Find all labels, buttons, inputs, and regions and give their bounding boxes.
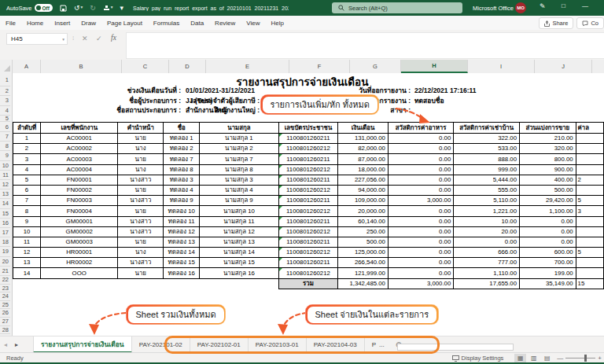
- cell[interactable]: นาย: [118, 185, 164, 195]
- undo-icon[interactable]: ↺▾: [74, 5, 83, 12]
- cell[interactable]: [576, 144, 603, 154]
- cell[interactable]: 7: [13, 196, 41, 206]
- cell[interactable]: ทดลอง 7: [164, 154, 200, 164]
- cell[interactable]: ทดลอง 2: [164, 144, 200, 154]
- ribbon-tab-home[interactable]: Home: [21, 16, 49, 30]
- cell[interactable]: 999.00: [454, 164, 520, 175]
- cell[interactable]: GM00003: [41, 237, 118, 247]
- row-header-24[interactable]: 24: [0, 292, 10, 301]
- restore-window-icon[interactable]: □: [562, 3, 565, 9]
- cell[interactable]: 0.00: [519, 216, 576, 226]
- undo-dropdown-icon[interactable]: ▾: [80, 6, 83, 10]
- cell[interactable]: [576, 258, 603, 268]
- ribbon-tab-help[interactable]: Help: [266, 16, 289, 30]
- cell[interactable]: [576, 226, 603, 237]
- cell[interactable]: นามสกุล 12: [200, 226, 278, 237]
- cell[interactable]: ทดลอง 13: [164, 237, 200, 247]
- cell[interactable]: 8: [13, 206, 41, 216]
- cell[interactable]: นามสกุล 13: [200, 237, 278, 247]
- row-header-6[interactable]: 6: [0, 122, 10, 132]
- cell[interactable]: 1100801260212: [278, 268, 338, 278]
- cell[interactable]: 0.00: [388, 185, 453, 195]
- cell[interactable]: นางสาว: [118, 226, 164, 237]
- cell[interactable]: 500.00: [338, 237, 389, 247]
- cell[interactable]: 800.00: [519, 154, 576, 164]
- cell[interactable]: [576, 134, 603, 144]
- cell[interactable]: นามสกุล 2: [200, 144, 278, 154]
- cell[interactable]: 20,000.00: [338, 206, 389, 216]
- cell[interactable]: ทดลอง 3: [164, 175, 200, 185]
- row-header-19[interactable]: 19: [0, 247, 10, 256]
- cell[interactable]: นาย: [118, 268, 164, 278]
- row-header-21[interactable]: 21: [0, 267, 10, 276]
- cell[interactable]: ทดลอง 4: [164, 185, 200, 195]
- cell[interactable]: 3: [576, 206, 603, 216]
- cell[interactable]: AC00002: [41, 144, 118, 154]
- ribbon-tab-formulas[interactable]: Formulas: [148, 16, 185, 30]
- cell[interactable]: 109,000.00: [338, 196, 389, 206]
- cell[interactable]: 3: [13, 154, 41, 164]
- cell[interactable]: 1100801260211: [278, 216, 338, 226]
- display-settings-button[interactable]: Display Settings: [452, 355, 504, 362]
- column-header-G[interactable]: G: [350, 60, 401, 73]
- cell[interactable]: 3,000.00: [388, 196, 453, 206]
- cell[interactable]: 777.00: [454, 258, 520, 268]
- cell[interactable]: 0.00: [388, 175, 453, 185]
- row-header-7[interactable]: 7: [0, 132, 10, 142]
- ribbon-tab-page-layout[interactable]: Page Layout: [101, 16, 148, 30]
- cell[interactable]: 250.00: [338, 226, 389, 237]
- cell[interactable]: 888.00: [454, 154, 520, 164]
- column-header-B[interactable]: B: [41, 60, 122, 73]
- cell[interactable]: 125,000.00: [338, 248, 389, 258]
- cell[interactable]: HR00002: [41, 258, 118, 268]
- cell[interactable]: นางสาว: [118, 175, 164, 185]
- cell[interactable]: 0.00: [388, 258, 453, 268]
- cell[interactable]: 6: [13, 185, 41, 195]
- column-header-D[interactable]: D: [169, 60, 206, 73]
- row-header-9[interactable]: 9: [0, 151, 10, 160]
- column-header-C[interactable]: C: [122, 60, 169, 73]
- cell[interactable]: 12: [13, 248, 41, 258]
- row-header-17[interactable]: 17: [0, 228, 10, 237]
- cell[interactable]: 900.00: [519, 164, 576, 175]
- cell[interactable]: 4: [13, 164, 41, 175]
- cell[interactable]: 1100801260211: [278, 237, 338, 247]
- row-header-5[interactable]: 5: [0, 116, 10, 122]
- cell[interactable]: ทดลอง 10: [164, 206, 200, 216]
- cell[interactable]: 10.00: [454, 216, 520, 226]
- cell[interactable]: 0.00: [388, 216, 453, 226]
- cell[interactable]: [576, 164, 603, 175]
- cell[interactable]: GM00001: [41, 216, 118, 226]
- cell[interactable]: 121,999.00: [338, 268, 389, 278]
- name-box[interactable]: H45 ▾: [6, 33, 68, 45]
- cell[interactable]: 0.00: [388, 206, 453, 216]
- cell[interactable]: 0.00: [388, 226, 453, 237]
- cell[interactable]: 227,056.00: [338, 175, 389, 185]
- name-box-dropdown-icon[interactable]: ▾: [62, 37, 64, 42]
- cell[interactable]: [576, 268, 603, 278]
- cell[interactable]: 1100801260212: [278, 185, 338, 195]
- cell[interactable]: ทดลอง 14: [164, 248, 200, 258]
- cell[interactable]: 400.00: [519, 175, 576, 185]
- cell[interactable]: OOO: [41, 268, 118, 278]
- comments-button[interactable]: Co: [576, 17, 604, 29]
- cell[interactable]: ทดลอง 12: [164, 226, 200, 237]
- cell[interactable]: นามสกุล 7: [200, 154, 278, 164]
- cell[interactable]: 266,540.00: [338, 258, 389, 268]
- cell[interactable]: 11: [13, 237, 41, 247]
- enter-icon[interactable]: ✓: [96, 35, 102, 42]
- row-header-27[interactable]: 27: [0, 318, 10, 326]
- total-cell[interactable]: 35,149.00: [519, 278, 576, 289]
- cell[interactable]: AC00004: [41, 164, 118, 175]
- view-page-layout-button[interactable]: ▥: [528, 354, 540, 362]
- cell[interactable]: 18,000.00: [338, 164, 389, 175]
- column-header-J[interactable]: J: [535, 60, 592, 73]
- row-header-11[interactable]: 11: [0, 171, 10, 180]
- tab-nav-left-icon[interactable]: ◂: [0, 336, 11, 353]
- cell[interactable]: 600.00: [519, 248, 576, 258]
- cell[interactable]: 82,000.00: [338, 144, 389, 154]
- column-header-F[interactable]: F: [289, 60, 350, 73]
- cell[interactable]: 0.00: [388, 237, 453, 247]
- cell[interactable]: 1100801260212: [278, 248, 338, 258]
- cell[interactable]: นามสกุล 15: [200, 258, 278, 268]
